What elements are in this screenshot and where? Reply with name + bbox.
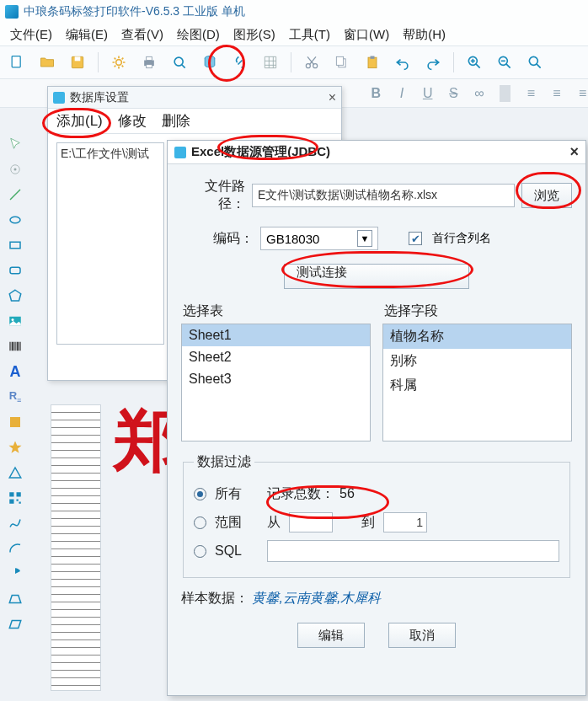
trapezoid-tool-icon[interactable] [6, 590, 24, 608]
menu-tool[interactable]: 工具(T) [284, 25, 335, 45]
save-icon[interactable] [67, 52, 88, 72]
grid-icon[interactable] [260, 52, 281, 72]
svg-rect-2 [75, 56, 81, 61]
zoom-fit-icon[interactable] [525, 52, 545, 72]
svg-rect-15 [371, 56, 375, 59]
qrcode-tool-icon[interactable] [6, 489, 24, 507]
label-to: 到 [361, 514, 375, 532]
list-item[interactable]: Sheet1 [182, 324, 370, 346]
list-item[interactable]: 科属 [383, 373, 571, 398]
label-from: 从 [267, 514, 281, 532]
sql-input[interactable] [267, 540, 559, 562]
rect-tool-icon[interactable] [6, 236, 24, 254]
encoding-select[interactable]: GB18030 ▼ [260, 227, 378, 250]
ellipse-tool-icon[interactable] [6, 211, 24, 229]
image-tool-icon[interactable] [6, 312, 24, 330]
chevron-down-icon[interactable]: ▼ [357, 230, 372, 247]
browse-button[interactable]: 浏览 [521, 183, 572, 208]
polygon-tool-icon[interactable] [6, 286, 24, 305]
copy-icon[interactable] [332, 52, 352, 72]
separator [500, 85, 510, 102]
edit-button[interactable]: 编辑 [297, 623, 365, 648]
dialog-title: Excel数据源管理(JDBC) [191, 144, 330, 160]
gear-icon[interactable] [109, 52, 129, 72]
header-checkbox[interactable]: ✔ [409, 232, 422, 245]
zoom-in-icon[interactable] [464, 52, 484, 72]
datasource-list[interactable]: E:\工作文件\测试 [56, 142, 164, 345]
record-count-value: 56 [339, 486, 355, 500]
undo-icon[interactable] [393, 52, 413, 72]
menu-file[interactable]: 文件(E) [5, 25, 57, 45]
list-item[interactable]: 植物名称 [383, 324, 571, 349]
curve-tool-icon[interactable] [6, 514, 24, 532]
radio-range-label: 范围 [215, 514, 242, 532]
parallelogram-tool-icon[interactable] [6, 615, 24, 634]
menu-window[interactable]: 窗口(W) [339, 25, 394, 45]
radio-range[interactable] [194, 516, 206, 529]
datasource-item[interactable]: E:\工作文件\测试 [61, 147, 149, 160]
print-icon[interactable] [139, 52, 159, 72]
test-connection-label: 测试连接 [297, 265, 347, 279]
tab-delete[interactable]: 删除 [162, 111, 190, 131]
file-path-input[interactable]: E文件\测试数据\测试植物名称.xlsx [252, 184, 515, 207]
dialog-titlebar[interactable]: Excel数据源管理(JDBC) × [168, 141, 585, 164]
sector-tool-icon[interactable] [6, 565, 24, 583]
dialog-tabs: 添加(L) 修改 删除 [48, 109, 341, 134]
zoom-out-icon[interactable] [494, 52, 515, 72]
radio-sql[interactable] [194, 545, 206, 558]
menu-view[interactable]: 查看(V) [116, 25, 168, 45]
table-listbox[interactable]: Sheet1 Sheet2 Sheet3 [181, 324, 371, 441]
tab-add[interactable]: 添加(L) [56, 111, 103, 131]
cancel-button[interactable]: 取消 [388, 623, 456, 648]
main-toolbar [0, 45, 588, 79]
test-connection-button[interactable]: 测试连接 [284, 264, 469, 289]
radio-all[interactable] [194, 488, 206, 500]
open-icon[interactable] [37, 52, 57, 72]
link-icon[interactable] [230, 52, 250, 72]
target-tool-icon[interactable] [6, 160, 24, 179]
richtext-tool-icon[interactable]: R≡ [6, 388, 24, 406]
line-tool-icon[interactable] [6, 185, 24, 204]
menu-help[interactable]: 帮助(H) [398, 25, 451, 45]
align-right-icon[interactable]: ≡ [577, 86, 588, 101]
strike-icon[interactable]: S [448, 86, 459, 101]
align-center-icon[interactable]: ≡ [552, 86, 563, 101]
triangle-tool-icon[interactable] [6, 463, 24, 482]
database-icon[interactable] [200, 52, 220, 72]
close-icon[interactable]: × [329, 90, 336, 105]
edit-button-label: 编辑 [318, 628, 344, 644]
menu-draw[interactable]: 绘图(D) [172, 25, 225, 45]
field-listbox[interactable]: 植物名称 别称 科属 [382, 324, 572, 441]
roundrect-tool-icon[interactable] [6, 261, 24, 280]
text-tool-icon[interactable]: A [6, 362, 24, 381]
redo-icon[interactable] [423, 52, 443, 72]
align-left-icon[interactable]: ≡ [526, 86, 537, 101]
separator [291, 52, 291, 72]
barcode-tool-icon[interactable] [6, 337, 24, 356]
new-doc-icon[interactable] [7, 52, 27, 72]
menu-graph[interactable]: 图形(S) [228, 25, 281, 45]
data-filter-group: 数据过滤 所有 记录总数：56 范围 从 到 1 S [183, 453, 570, 578]
star-tool-icon[interactable] [6, 438, 24, 457]
range-to-input[interactable]: 1 [383, 512, 427, 532]
list-item[interactable]: 别称 [383, 349, 571, 373]
cursor-tool-icon[interactable] [6, 135, 24, 153]
range-from-input[interactable] [289, 512, 333, 532]
link-format-icon[interactable]: ∞ [474, 86, 485, 101]
list-item[interactable]: Sheet2 [182, 346, 370, 368]
tab-modify[interactable]: 修改 [118, 111, 147, 131]
italic-icon[interactable]: I [397, 86, 408, 101]
dialog-titlebar[interactable]: 数据库设置 × [48, 87, 341, 109]
svg-line-21 [506, 64, 510, 68]
menu-edit[interactable]: 编辑(E) [61, 25, 113, 45]
paste-icon[interactable] [362, 52, 382, 72]
preview-icon[interactable] [169, 52, 190, 72]
fill-tool-icon[interactable] [6, 413, 24, 431]
sample-value: 黄馨,云南黄馨,木犀科 [252, 591, 381, 605]
underline-icon[interactable]: U [422, 86, 433, 101]
list-item[interactable]: Sheet3 [182, 368, 370, 390]
cut-icon[interactable] [302, 52, 322, 72]
close-icon[interactable]: × [569, 143, 579, 161]
bold-icon[interactable]: B [371, 86, 382, 101]
arc-tool-icon[interactable] [6, 539, 24, 558]
